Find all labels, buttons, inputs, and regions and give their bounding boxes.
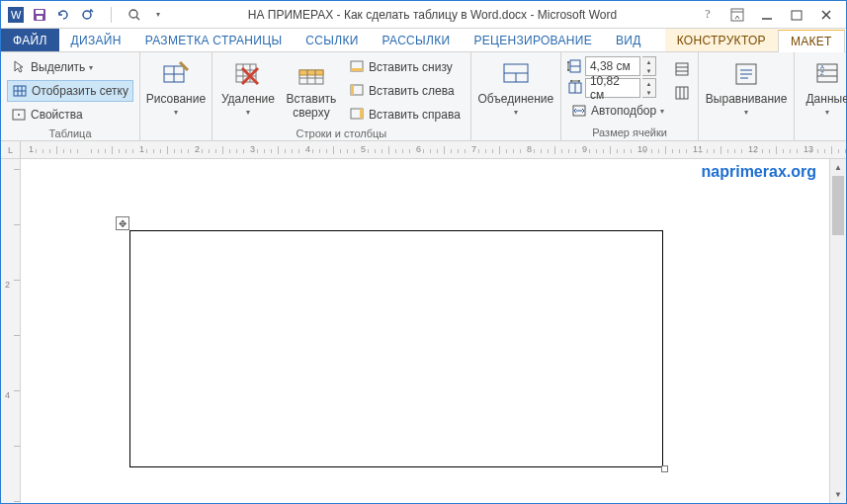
insert-right-label: Вставить справа: [369, 108, 461, 122]
tab-mailings[interactable]: РАССЫЛКИ: [371, 29, 463, 51]
svg-line-7: [136, 17, 139, 20]
row-height-field[interactable]: 4,38 см ▲▼: [567, 56, 668, 76]
svg-rect-40: [360, 109, 363, 119]
quick-access-toolbar: W ▾: [1, 4, 169, 26]
qat-dropdown-icon[interactable]: ▾: [147, 4, 169, 26]
insert-above-label: Вставить сверху: [284, 92, 339, 120]
scroll-thumb[interactable]: [832, 176, 844, 235]
insert-right-icon: [349, 107, 365, 123]
delete-icon: [232, 58, 264, 90]
ruler-number: 13: [804, 144, 813, 154]
group-data: AZ Данные ▾: [795, 52, 847, 140]
tab-review[interactable]: РЕЦЕНЗИРОВАНИЕ: [462, 29, 604, 51]
insert-right-button[interactable]: Вставить справа: [345, 104, 465, 126]
col-width-value[interactable]: 10,82 см: [585, 78, 640, 98]
ribbon: Выделить ▾ Отобразить сетку Свойства Таб…: [1, 52, 846, 141]
select-label: Выделить: [31, 60, 85, 74]
document-canvas[interactable]: naprimerax.org ✥ ▲ ▼: [21, 159, 846, 503]
properties-button[interactable]: Свойства: [7, 104, 133, 126]
svg-rect-31: [299, 70, 323, 75]
close-icon[interactable]: [814, 5, 838, 25]
ruler-number: 2: [195, 144, 200, 154]
ruler-number: 12: [748, 144, 758, 154]
ruler-number: 11: [693, 144, 703, 154]
document-table[interactable]: [129, 230, 663, 467]
autofit-button[interactable]: Автоподбор ▾: [567, 100, 668, 122]
app-window: W ▾ НА ПРИМЕРАХ - Как сделать таблицу в …: [0, 0, 847, 504]
zoom-lens-icon[interactable]: [124, 4, 145, 26]
merge-button[interactable]: Объединение ▾: [477, 56, 554, 119]
help-icon[interactable]: ?: [696, 5, 720, 25]
horizontal-ruler[interactable]: L 112345678910111213: [1, 141, 846, 159]
draw-button[interactable]: Рисование ▾: [146, 56, 206, 119]
insert-above-button[interactable]: Вставить сверху: [282, 56, 341, 122]
select-button[interactable]: Выделить ▾: [7, 56, 133, 78]
row-height-spinner[interactable]: ▲▼: [642, 56, 656, 76]
vertical-ruler[interactable]: 246: [1, 159, 21, 503]
scroll-up-icon[interactable]: ▲: [830, 159, 846, 176]
tab-table-design[interactable]: КОНСТРУКТОР: [665, 29, 778, 51]
alignment-button[interactable]: Выравнивание ▾: [705, 56, 788, 119]
insert-left-button[interactable]: Вставить слева: [345, 80, 465, 102]
insert-below-label: Вставить снизу: [369, 60, 453, 74]
minimize-icon[interactable]: [755, 5, 779, 25]
distribute-rows-button[interactable]: [672, 58, 692, 80]
chevron-down-icon: ▾: [246, 108, 250, 117]
group-data-label: [801, 136, 847, 138]
distribute-cols-button[interactable]: [672, 82, 692, 104]
qat-divider: [100, 4, 122, 26]
merge-label: Объединение: [478, 92, 554, 106]
tab-page-layout[interactable]: РАЗМЕТКА СТРАНИЦЫ: [133, 29, 295, 51]
svg-rect-38: [351, 85, 354, 95]
svg-point-5: [83, 11, 91, 19]
svg-rect-52: [676, 87, 688, 99]
tab-table-layout[interactable]: МАКЕТ: [778, 30, 845, 52]
delete-label: Удаление: [221, 92, 275, 106]
svg-text:Z: Z: [820, 70, 824, 76]
insert-below-icon: [349, 59, 365, 75]
ruler-number: 10: [637, 144, 647, 154]
vertical-scrollbar[interactable]: ▲ ▼: [829, 159, 846, 503]
watermark-text: naprimerax.org: [702, 163, 816, 181]
tab-design[interactable]: ДИЗАЙН: [59, 29, 133, 51]
grid-icon: [12, 83, 28, 99]
view-gridlines-button[interactable]: Отобразить сетку: [7, 80, 133, 102]
group-merge-label: [477, 136, 554, 138]
svg-rect-8: [731, 9, 743, 21]
chevron-down-icon: ▾: [174, 108, 178, 117]
scroll-down-icon[interactable]: ▼: [830, 486, 846, 503]
group-table-label: Таблица: [7, 126, 133, 139]
col-width-field[interactable]: 10,82 см ▲▼: [567, 78, 668, 98]
draw-label: Рисование: [146, 92, 206, 106]
tab-view[interactable]: ВИД: [604, 29, 653, 51]
svg-rect-3: [36, 10, 43, 14]
maximize-icon[interactable]: [785, 5, 808, 25]
row-height-value[interactable]: 4,38 см: [585, 56, 640, 76]
draw-table-icon: [160, 58, 192, 90]
svg-rect-11: [792, 11, 802, 20]
ribbon-display-options-icon[interactable]: [725, 5, 749, 25]
tab-references[interactable]: ССЫЛКИ: [294, 29, 370, 51]
svg-point-19: [18, 114, 20, 116]
table-move-handle-icon[interactable]: ✥: [116, 216, 129, 230]
delete-button[interactable]: Удаление ▾: [218, 56, 278, 119]
table-resize-handle[interactable]: [661, 465, 668, 472]
row-height-icon: [567, 58, 583, 74]
alignment-icon: [730, 58, 762, 90]
undo-icon[interactable]: [52, 4, 74, 26]
title-bar: W ▾ НА ПРИМЕРАХ - Как сделать таблицу в …: [1, 1, 846, 29]
col-width-spinner[interactable]: ▲▼: [642, 78, 656, 98]
insert-below-button[interactable]: Вставить снизу: [345, 56, 465, 78]
redo-icon[interactable]: [76, 4, 98, 26]
alignment-label: Выравнивание: [706, 92, 788, 106]
ruler-ticks: 112345678910111213: [29, 141, 846, 158]
chevron-down-icon: ▾: [744, 108, 748, 117]
properties-label: Свойства: [31, 108, 83, 122]
save-icon[interactable]: [29, 4, 50, 26]
word-app-icon[interactable]: W: [5, 4, 27, 26]
insert-above-icon: [296, 58, 327, 90]
tab-file[interactable]: ФАЙЛ: [1, 29, 59, 51]
autofit-label: Автоподбор: [591, 104, 656, 118]
data-button[interactable]: AZ Данные ▾: [801, 56, 847, 119]
group-alignment-label: [705, 136, 788, 138]
